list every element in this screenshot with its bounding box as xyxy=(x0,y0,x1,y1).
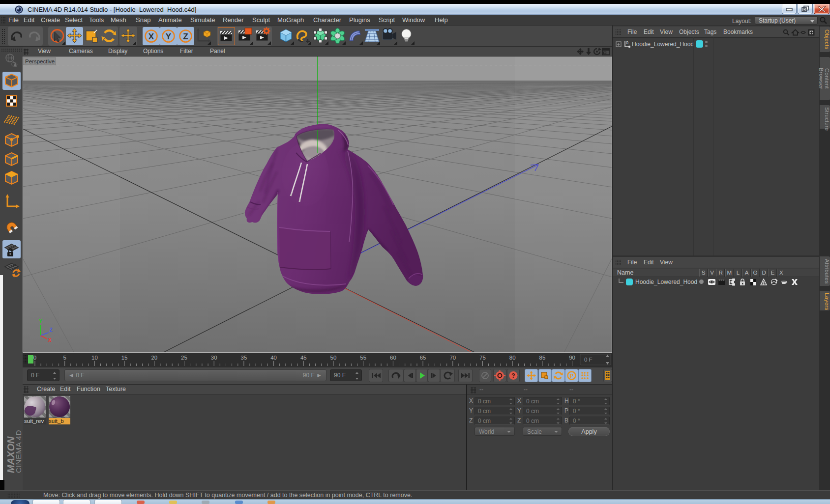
svg-text:15: 15 xyxy=(121,355,128,361)
svg-text:0: 0 xyxy=(626,40,628,45)
svg-text:90: 90 xyxy=(569,355,575,361)
svg-text:35: 35 xyxy=(241,355,247,361)
svg-text:X: X xyxy=(48,337,52,343)
svg-text:70: 70 xyxy=(449,355,456,361)
svg-text:10: 10 xyxy=(91,355,98,361)
svg-text:Z: Z xyxy=(183,32,188,41)
svg-text:0: 0 xyxy=(33,355,36,361)
svg-text:Z: Z xyxy=(50,327,53,333)
svg-text:25: 25 xyxy=(181,355,187,361)
svg-text:45: 45 xyxy=(300,355,307,361)
svg-text:80: 80 xyxy=(509,355,516,361)
svg-text:Y: Y xyxy=(39,319,42,324)
svg-text:50: 50 xyxy=(330,355,337,361)
svg-text:Perspective: Perspective xyxy=(25,58,55,64)
svg-text:5: 5 xyxy=(63,355,66,361)
svg-text:65: 65 xyxy=(420,355,426,361)
svg-text:?: ? xyxy=(511,372,515,379)
svg-text:60: 60 xyxy=(390,355,396,361)
svg-text:0 F: 0 F xyxy=(584,357,593,363)
svg-text:X: X xyxy=(148,32,154,41)
svg-text:40: 40 xyxy=(270,355,277,361)
svg-text:Y: Y xyxy=(166,32,172,41)
svg-text:85: 85 xyxy=(539,355,546,361)
svg-text:P: P xyxy=(570,373,574,379)
svg-text:20: 20 xyxy=(151,355,157,361)
svg-text:75: 75 xyxy=(479,355,486,361)
svg-text:55: 55 xyxy=(360,355,366,361)
svg-text:30: 30 xyxy=(211,355,217,361)
